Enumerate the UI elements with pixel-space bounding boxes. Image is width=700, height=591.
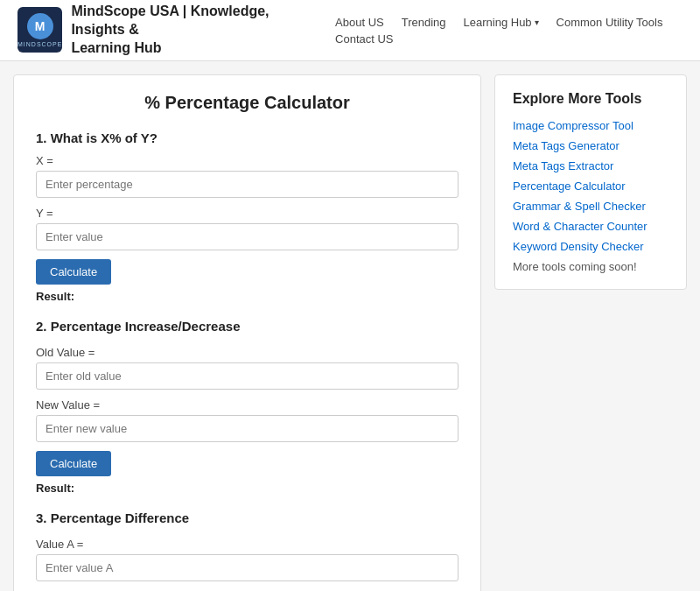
y-input[interactable] xyxy=(36,223,458,250)
x-input[interactable] xyxy=(36,171,458,198)
sidebar-more-text: More tools coming soon! xyxy=(513,260,668,273)
section3-heading: 3. Percentage Difference xyxy=(36,510,458,525)
site-header: M MINDSCOPE MindScope USA | Knowledge, I… xyxy=(0,0,700,61)
calculator-card: % Percentage Calculator 1. What is X% of… xyxy=(13,74,481,591)
nav-row-2: Contact US xyxy=(335,32,682,46)
sidebar-link-1[interactable]: Meta Tags Generator xyxy=(513,139,668,152)
section2-result: Result: xyxy=(36,482,458,495)
nav-common-utility[interactable]: Common Utility Tools xyxy=(556,16,663,29)
sidebar-link-6[interactable]: Keyword Density Checker xyxy=(513,240,668,253)
logo-area: M MINDSCOPE MindScope USA | Knowledge, I… xyxy=(18,3,309,57)
sidebar-link-3[interactable]: Percentage Calculator xyxy=(513,179,668,193)
site-title: MindScope USA | Knowledge, Insights & Le… xyxy=(71,3,309,57)
old-value-label: Old Value = xyxy=(36,346,458,359)
nav-learning-hub[interactable]: Learning Hub ▾ xyxy=(464,16,539,29)
logo-letter: M xyxy=(27,13,53,39)
sidebar-link-2[interactable]: Meta Tags Extractor xyxy=(513,159,668,172)
chevron-down-icon: ▾ xyxy=(535,18,539,27)
x-label: X = xyxy=(36,154,458,167)
value-a-input[interactable] xyxy=(36,554,458,581)
new-value-label: New Value = xyxy=(36,398,458,412)
new-value-input[interactable] xyxy=(36,415,458,442)
section1-result: Result: xyxy=(36,290,458,303)
nav-row-1: About US Trending Learning Hub ▾ Common … xyxy=(335,16,682,29)
sidebar-link-4[interactable]: Grammar & Spell Checker xyxy=(513,200,668,213)
nav-trending[interactable]: Trending xyxy=(402,16,446,29)
y-label: Y = xyxy=(36,207,458,220)
main-wrapper: % Percentage Calculator 1. What is X% of… xyxy=(0,61,700,591)
logo-icon: M MINDSCOPE xyxy=(18,7,62,53)
section2-heading: 2. Percentage Increase/Decrease xyxy=(36,319,458,334)
main-nav: About US Trending Learning Hub ▾ Common … xyxy=(335,16,682,46)
sidebar-link-0[interactable]: Image Compressor Tool xyxy=(513,119,668,132)
nav-about[interactable]: About US xyxy=(335,16,384,29)
value-a-label: Value A = xyxy=(36,538,458,551)
section1-calculate-button[interactable]: Calculate xyxy=(36,259,111,285)
sidebar-card: Explore More Tools Image Compressor Tool… xyxy=(494,74,687,290)
sidebar-title: Explore More Tools xyxy=(513,91,668,107)
calculator-title: % Percentage Calculator xyxy=(36,93,458,113)
nav-contact[interactable]: Contact US xyxy=(335,32,393,46)
section1-heading: 1. What is X% of Y? xyxy=(36,130,458,145)
section2-calculate-button[interactable]: Calculate xyxy=(36,451,111,476)
old-value-input[interactable] xyxy=(36,362,458,390)
logo-subtext: MINDSCOPE xyxy=(18,41,62,47)
sidebar-link-5[interactable]: Word & Character Counter xyxy=(513,220,668,233)
